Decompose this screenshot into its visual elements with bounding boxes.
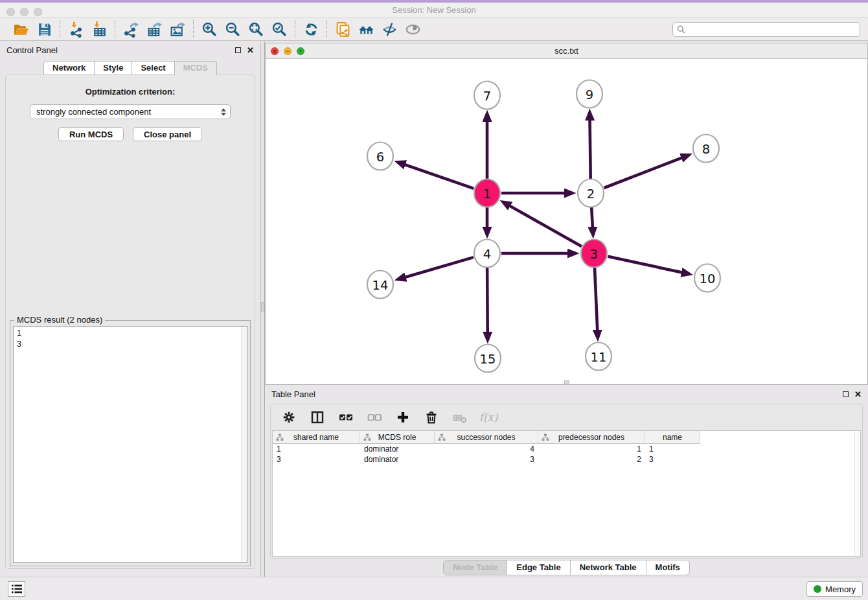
node-14[interactable]: 14 bbox=[367, 271, 393, 299]
edge-3-1[interactable] bbox=[503, 202, 581, 247]
optimization-criterion-select[interactable]: strongly connected component bbox=[30, 104, 231, 119]
table-cell[interactable]: 3 bbox=[435, 454, 538, 465]
window-traffic-lights[interactable] bbox=[6, 8, 42, 16]
table-row[interactable]: 3dominator323 bbox=[273, 454, 860, 465]
column-header-predecessor-nodes[interactable]: predecessor nodes bbox=[538, 431, 645, 444]
tab-node-table[interactable]: Node Table bbox=[443, 560, 507, 575]
table-cell[interactable]: dominator bbox=[360, 444, 435, 454]
network-minimize-icon[interactable]: − bbox=[284, 47, 291, 55]
node-15[interactable]: 15 bbox=[475, 345, 501, 373]
table-panel-close-icon[interactable]: ✕ bbox=[854, 390, 862, 398]
mcds-result-text[interactable]: 1 3 bbox=[13, 326, 247, 563]
node-6[interactable]: 6 bbox=[367, 143, 393, 170]
control-panel-title: Control Panel bbox=[6, 45, 58, 55]
window-minimize-icon[interactable] bbox=[20, 8, 29, 16]
zoom-out-button[interactable] bbox=[223, 20, 242, 38]
close-panel-button[interactable]: Close panel bbox=[133, 127, 202, 141]
edge-2-3[interactable] bbox=[591, 207, 593, 235]
table-settings-button[interactable] bbox=[281, 410, 297, 425]
tab-network[interactable]: Network bbox=[43, 61, 95, 75]
zoom-in-button[interactable] bbox=[200, 20, 219, 38]
panel-splitter-vertical[interactable] bbox=[260, 41, 265, 577]
node-2[interactable]: 2 bbox=[578, 179, 604, 207]
network-view-title: scc.txt bbox=[266, 46, 867, 56]
network-maximize-icon[interactable]: + bbox=[297, 47, 304, 55]
edge-3-11[interactable] bbox=[595, 268, 598, 338]
hide-selected-button[interactable] bbox=[380, 20, 399, 38]
tab-select[interactable]: Select bbox=[132, 61, 174, 75]
deselect-all-checks-button[interactable] bbox=[367, 410, 382, 425]
export-network-button[interactable] bbox=[121, 20, 141, 38]
table-cell[interactable]: 1 bbox=[273, 444, 360, 454]
splitter-grip-icon[interactable] bbox=[261, 302, 264, 312]
show-columns-button[interactable] bbox=[310, 410, 325, 425]
search-input[interactable] bbox=[672, 22, 860, 37]
zoom-selected-button[interactable] bbox=[269, 20, 289, 38]
window-close-icon[interactable] bbox=[6, 8, 15, 16]
tab-network-table[interactable]: Network Table bbox=[571, 560, 646, 575]
export-image-button[interactable] bbox=[168, 20, 187, 38]
edge-2-9[interactable] bbox=[589, 112, 590, 179]
table-cell[interactable]: 1 bbox=[538, 444, 645, 454]
import-table-button[interactable] bbox=[89, 20, 109, 38]
window-title: Session: New Session bbox=[0, 5, 868, 15]
delete-column-button[interactable] bbox=[424, 410, 439, 425]
show-all-button[interactable] bbox=[403, 20, 422, 38]
memory-button[interactable]: Memory bbox=[806, 581, 863, 597]
node-1[interactable]: 1 bbox=[474, 179, 500, 207]
window-zoom-icon[interactable] bbox=[34, 8, 42, 16]
network-canvas[interactable]: 7 9 6 8 1 2 4 3 14 10 15 11 bbox=[266, 59, 867, 384]
column-header-name[interactable]: name bbox=[645, 431, 700, 444]
duplicate-network-button[interactable] bbox=[333, 20, 352, 38]
table-cell[interactable]: 3 bbox=[273, 454, 360, 465]
run-mcds-button[interactable]: Run MCDS bbox=[58, 127, 124, 141]
network-close-icon[interactable]: x bbox=[271, 47, 279, 55]
zoom-fit-button[interactable] bbox=[246, 20, 266, 38]
control-panel-close-icon[interactable]: ✕ bbox=[247, 46, 254, 54]
task-history-button[interactable] bbox=[8, 581, 25, 597]
zoom-selected-icon bbox=[271, 21, 288, 38]
import-network-button[interactable] bbox=[66, 20, 86, 38]
node-table-body: 1dominator4113dominator323 bbox=[273, 444, 860, 465]
node-3[interactable]: 3 bbox=[581, 240, 607, 268]
tab-mcds[interactable]: MCDS bbox=[175, 61, 217, 75]
column-header-shared-name[interactable]: shared name bbox=[273, 431, 360, 444]
edge-4-15[interactable] bbox=[487, 268, 488, 340]
mcds-result-scrollbar[interactable] bbox=[241, 327, 247, 562]
edge-1-6[interactable] bbox=[398, 162, 474, 189]
tab-motifs[interactable]: Motifs bbox=[646, 560, 690, 575]
add-column-button[interactable] bbox=[395, 410, 411, 425]
node-8[interactable]: 8 bbox=[693, 135, 719, 163]
splitter-grip-horizontal-icon[interactable] bbox=[564, 380, 569, 384]
first-neighbors-button[interactable] bbox=[356, 20, 376, 38]
node-label: 8 bbox=[702, 142, 710, 157]
save-session-button[interactable] bbox=[34, 20, 54, 38]
node-table: shared name MCDS role successor nodes pr… bbox=[272, 430, 861, 557]
select-all-checks-button[interactable] bbox=[338, 410, 354, 425]
edge-4-14[interactable] bbox=[398, 257, 474, 279]
table-scrollbar[interactable] bbox=[854, 431, 860, 556]
node-9[interactable]: 9 bbox=[577, 80, 602, 108]
tab-style[interactable]: Style bbox=[95, 61, 132, 75]
table-cell[interactable]: 1 bbox=[645, 444, 700, 454]
open-session-button[interactable] bbox=[11, 20, 30, 38]
node-7[interactable]: 7 bbox=[474, 82, 500, 110]
table-cell[interactable]: 2 bbox=[538, 454, 645, 465]
edge-2-8[interactable] bbox=[604, 155, 689, 188]
column-header-MCDS-role[interactable]: MCDS role bbox=[360, 431, 435, 444]
table-cell[interactable]: 3 bbox=[645, 454, 700, 465]
node-10[interactable]: 10 bbox=[694, 264, 720, 292]
export-table-button[interactable] bbox=[144, 20, 164, 38]
refresh-view-button[interactable] bbox=[301, 20, 321, 38]
tab-edge-table[interactable]: Edge Table bbox=[507, 560, 570, 575]
network-view-titlebar[interactable]: x − + scc.txt bbox=[266, 43, 867, 59]
table-panel-float-icon[interactable] bbox=[843, 391, 849, 397]
node-4[interactable]: 4 bbox=[474, 240, 500, 268]
table-cell[interactable]: 4 bbox=[435, 444, 538, 454]
edge-3-10[interactable] bbox=[608, 257, 690, 274]
table-row[interactable]: 1dominator411 bbox=[273, 444, 860, 454]
node-11[interactable]: 11 bbox=[586, 343, 611, 371]
control-panel-float-icon[interactable] bbox=[235, 47, 241, 53]
column-header-successor-nodes[interactable]: successor nodes bbox=[435, 431, 538, 444]
table-cell[interactable]: dominator bbox=[360, 454, 435, 465]
